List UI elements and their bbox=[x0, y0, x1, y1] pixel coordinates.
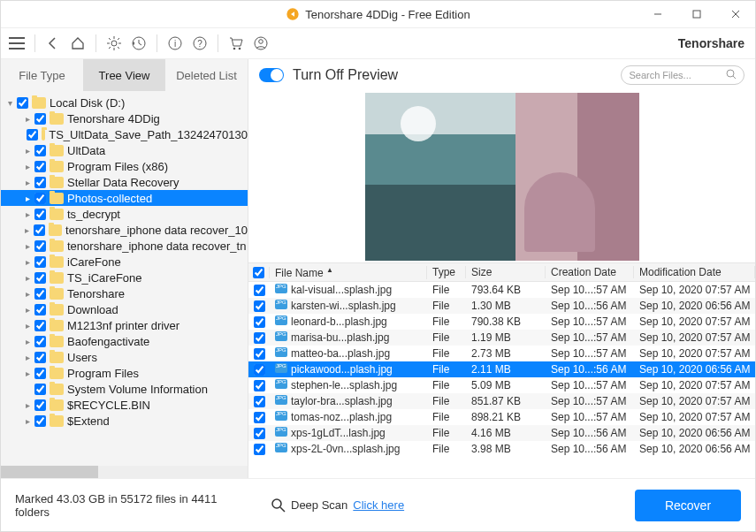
table-row[interactable]: taylor-bra...splash.jpgFile851.87 KBSep … bbox=[248, 393, 755, 409]
tree-item[interactable]: ▸Tenorshare bbox=[1, 285, 248, 301]
tree-item[interactable]: TS_UltData_Save_Path_13242470130 bbox=[1, 126, 248, 142]
tree-checkbox[interactable] bbox=[34, 145, 46, 156]
menu-icon[interactable] bbox=[8, 34, 26, 52]
tree-checkbox[interactable] bbox=[34, 272, 46, 284]
table-row[interactable]: stephen-le...splash.jpgFile5.09 MBSep 10… bbox=[248, 377, 755, 393]
chevron-right-icon[interactable]: ▸ bbox=[22, 225, 32, 235]
tree-item[interactable]: ▸iCareFone bbox=[1, 254, 248, 270]
column-type[interactable]: Type bbox=[427, 266, 466, 278]
back-icon[interactable] bbox=[44, 34, 62, 52]
tree-checkbox[interactable] bbox=[34, 209, 46, 220]
row-checkbox[interactable] bbox=[254, 396, 265, 407]
column-file-name[interactable]: File Name ▲ bbox=[270, 266, 427, 279]
table-row[interactable]: xps-2L-0vn...splash.jpgFile3.98 MBSep 10… bbox=[248, 441, 755, 457]
search-input[interactable]: Search Files... bbox=[621, 65, 745, 85]
user-icon[interactable] bbox=[252, 34, 270, 52]
chevron-right-icon[interactable]: ▸ bbox=[22, 146, 33, 156]
chevron-right-icon[interactable]: ▸ bbox=[22, 114, 33, 124]
tree-checkbox[interactable] bbox=[34, 224, 45, 236]
chevron-right-icon[interactable]: ▸ bbox=[22, 273, 33, 283]
row-checkbox[interactable] bbox=[254, 444, 265, 455]
tree-item[interactable]: ▸Stellar Data Recovery bbox=[1, 174, 248, 190]
folder-tree[interactable]: ▾Local Disk (D:)▸Tenorshare 4DDigTS_UltD… bbox=[1, 91, 248, 466]
close-button[interactable] bbox=[716, 1, 755, 27]
chevron-right-icon[interactable]: ▸ bbox=[22, 305, 33, 315]
tab-tree-view[interactable]: Tree View bbox=[83, 59, 165, 91]
tree-item[interactable]: ▸Users bbox=[1, 349, 248, 365]
tree-checkbox[interactable] bbox=[17, 97, 28, 109]
help-icon[interactable]: ? bbox=[191, 34, 209, 52]
chevron-right-icon[interactable]: ▸ bbox=[22, 241, 33, 251]
tree-item[interactable]: ▸Baofengactivate bbox=[1, 333, 248, 349]
row-checkbox[interactable] bbox=[254, 285, 265, 296]
info-icon[interactable]: i bbox=[166, 34, 184, 52]
tree-checkbox[interactable] bbox=[34, 193, 46, 204]
select-all-checkbox[interactable] bbox=[253, 267, 264, 278]
chevron-right-icon[interactable]: ▸ bbox=[22, 194, 33, 203]
row-checkbox[interactable] bbox=[254, 380, 265, 391]
row-checkbox[interactable] bbox=[254, 332, 265, 344]
chevron-right-icon[interactable]: ▸ bbox=[22, 321, 33, 331]
tree-checkbox[interactable] bbox=[34, 320, 46, 331]
table-row[interactable]: pickawood...plash.jpgFile2.11 MBSep 10..… bbox=[248, 361, 755, 377]
chevron-right-icon[interactable]: ▸ bbox=[22, 178, 33, 187]
chevron-right-icon[interactable]: ▸ bbox=[22, 337, 33, 346]
row-checkbox[interactable] bbox=[254, 428, 265, 439]
tree-item[interactable]: ▸Download bbox=[1, 301, 248, 317]
table-row[interactable]: kal-visual...splash.jpgFile793.64 KBSep … bbox=[248, 282, 755, 298]
row-checkbox[interactable] bbox=[254, 412, 265, 423]
tree-checkbox[interactable] bbox=[34, 399, 46, 411]
tree-item[interactable]: ▸UltData bbox=[1, 142, 248, 158]
tree-checkbox[interactable] bbox=[34, 288, 46, 300]
chevron-right-icon[interactable]: ▸ bbox=[22, 400, 33, 410]
maximize-button[interactable] bbox=[677, 1, 716, 27]
row-checkbox[interactable] bbox=[254, 316, 265, 328]
chevron-right-icon[interactable]: ▸ bbox=[22, 209, 33, 219]
recover-button[interactable]: Recover bbox=[635, 490, 741, 521]
tree-item[interactable]: ▸Program Files bbox=[1, 365, 248, 381]
tree-item[interactable]: ▸$RECYCLE.BIN bbox=[1, 397, 248, 413]
tree-scrollbar-horizontal[interactable] bbox=[1, 466, 248, 478]
tree-item[interactable]: ▸tenorshare_iphone data recover_10 bbox=[1, 222, 248, 238]
tree-checkbox[interactable] bbox=[34, 384, 46, 395]
deep-scan-link[interactable]: Click here bbox=[353, 498, 404, 512]
tree-checkbox[interactable] bbox=[34, 352, 46, 363]
tree-item[interactable]: ▸Tenorshare 4DDig bbox=[1, 110, 248, 126]
table-row[interactable]: matteo-ba...plash.jpgFile2.73 MBSep 10..… bbox=[248, 346, 755, 361]
history-icon[interactable] bbox=[130, 34, 148, 52]
tree-item[interactable]: ▸M1213nf printer driver bbox=[1, 317, 248, 333]
tree-checkbox[interactable] bbox=[34, 256, 46, 268]
tree-item[interactable]: ▸TS_iCareFone bbox=[1, 270, 248, 285]
table-row[interactable]: marisa-bu...plash.jpgFile1.19 MBSep 10..… bbox=[248, 330, 755, 346]
tree-root[interactable]: ▾Local Disk (D:) bbox=[1, 95, 248, 110]
chevron-right-icon[interactable]: ▸ bbox=[22, 369, 33, 378]
table-row[interactable]: tomas-noz...plash.jpgFile898.21 KBSep 10… bbox=[248, 409, 755, 425]
tab-file-type[interactable]: File Type bbox=[1, 59, 83, 91]
tree-item[interactable]: ▸$Extend bbox=[1, 413, 248, 429]
table-row[interactable]: xps-1gLdT...lash.jpgFile4.16 MBSep 10...… bbox=[248, 425, 755, 441]
tab-deleted-list[interactable]: Deleted List bbox=[165, 59, 248, 91]
tree-checkbox[interactable] bbox=[34, 161, 46, 172]
table-row[interactable]: leonard-b...plash.jpgFile790.38 KBSep 10… bbox=[248, 314, 755, 330]
row-checkbox[interactable] bbox=[254, 300, 265, 312]
column-creation-date[interactable]: Creation Date bbox=[546, 266, 634, 278]
chevron-right-icon[interactable]: ▸ bbox=[22, 416, 33, 426]
tree-checkbox[interactable] bbox=[27, 129, 38, 141]
tree-checkbox[interactable] bbox=[34, 336, 46, 347]
chevron-right-icon[interactable]: ▸ bbox=[22, 289, 33, 299]
tree-item[interactable]: ▸Photos-collected bbox=[1, 190, 248, 206]
tree-checkbox[interactable] bbox=[34, 113, 46, 125]
table-row[interactable]: karsten-wi...splash.jpgFile1.30 MBSep 10… bbox=[248, 298, 755, 314]
tree-item[interactable]: ▸Program Files (x86) bbox=[1, 158, 248, 174]
gear-icon[interactable] bbox=[105, 34, 123, 52]
tree-checkbox[interactable] bbox=[34, 304, 46, 315]
tree-checkbox[interactable] bbox=[34, 177, 46, 188]
cart-icon[interactable] bbox=[227, 34, 245, 52]
tree-checkbox[interactable] bbox=[34, 415, 46, 427]
tree-item[interactable]: System Volume Information bbox=[1, 381, 248, 397]
row-checkbox[interactable] bbox=[254, 348, 265, 360]
chevron-right-icon[interactable]: ▸ bbox=[22, 257, 33, 267]
tree-item[interactable]: ▸ts_decrypt bbox=[1, 206, 248, 222]
preview-toggle[interactable] bbox=[259, 68, 284, 82]
home-icon[interactable] bbox=[69, 34, 87, 52]
